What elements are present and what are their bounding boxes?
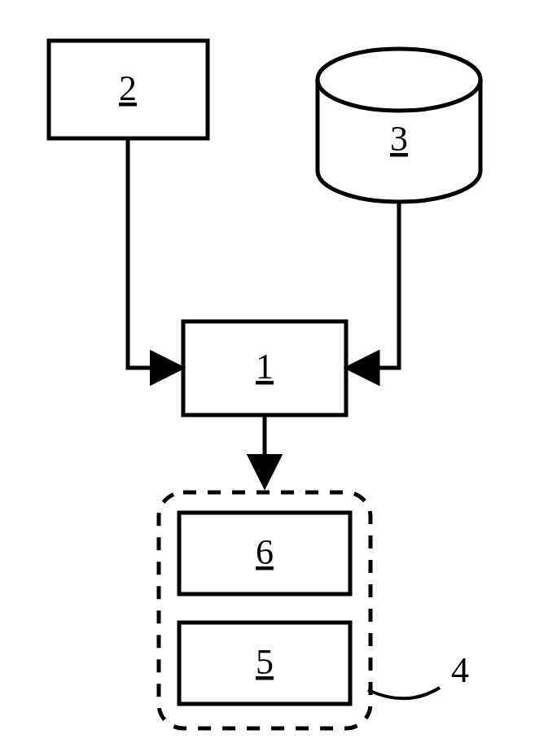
block-3-cylinder: 3 — [318, 49, 480, 202]
svg-point-3 — [318, 49, 480, 111]
arrow-2-to-1 — [128, 138, 180, 368]
block-6-label: 6 — [256, 532, 274, 572]
block-1: 1 — [183, 321, 346, 415]
group-4-label: 4 — [451, 650, 469, 690]
block-diagram: 2 3 1 6 5 4 — [0, 0, 548, 756]
block-5: 5 — [179, 623, 350, 704]
block-5-label: 5 — [256, 642, 274, 682]
block-6: 6 — [179, 513, 350, 594]
arrow-3-to-1 — [349, 202, 399, 368]
block-1-label: 1 — [256, 347, 274, 387]
group-4-leader — [368, 688, 440, 698]
block-2-label: 2 — [119, 68, 137, 108]
block-2: 2 — [49, 41, 208, 138]
block-3-label: 3 — [390, 119, 408, 159]
group-4-outline — [159, 492, 370, 728]
